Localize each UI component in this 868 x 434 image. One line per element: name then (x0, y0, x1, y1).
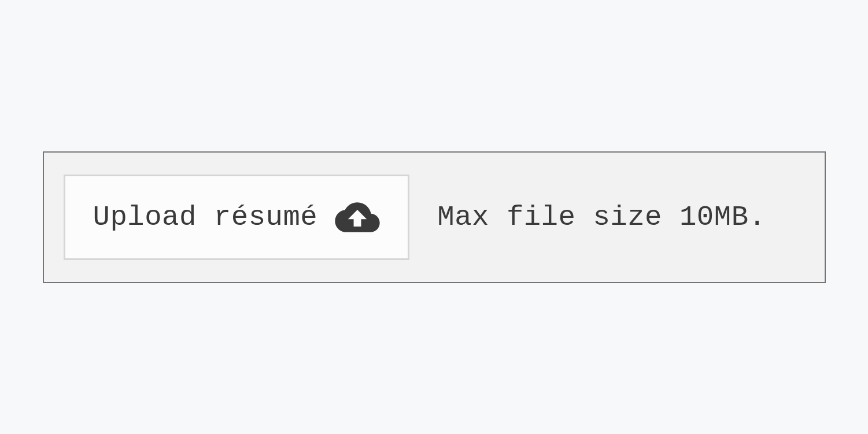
upload-container: Upload résumé Max file size 10MB. (43, 151, 826, 283)
cloud-upload-icon (335, 201, 380, 234)
upload-button-label: Upload résumé (93, 201, 318, 233)
file-size-hint: Max file size 10MB. (437, 201, 766, 233)
upload-resume-button[interactable]: Upload résumé (64, 175, 410, 260)
